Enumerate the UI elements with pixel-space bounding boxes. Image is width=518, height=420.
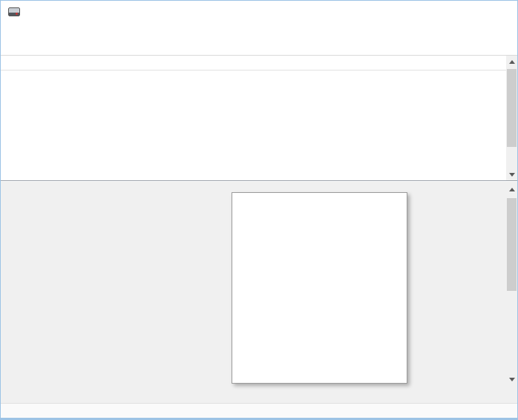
scrollbar-thumb[interactable]	[507, 69, 517, 147]
scroll-down-button[interactable]	[506, 373, 517, 385]
minimize-button[interactable]	[417, 1, 450, 23]
menu-bar	[1, 23, 517, 37]
volume-list-header	[1, 56, 518, 70]
disk-management-icon	[8, 7, 20, 16]
close-button[interactable]	[484, 1, 517, 23]
toolbar	[1, 37, 517, 54]
legend-bar	[1, 387, 518, 403]
volume-list	[1, 55, 518, 181]
scroll-up-button[interactable]	[506, 183, 517, 195]
graphical-view-scrollbar[interactable]	[506, 183, 517, 385]
disk-management-window	[0, 0, 518, 420]
status-bar	[1, 403, 518, 419]
scrollbar-thumb[interactable]	[507, 198, 517, 291]
scroll-up-button[interactable]	[506, 56, 517, 68]
scroll-down-button[interactable]	[506, 168, 517, 180]
context-menu	[232, 192, 407, 384]
maximize-button[interactable]	[450, 1, 484, 23]
titlebar	[1, 1, 517, 23]
window-controls	[417, 1, 517, 23]
volume-list-scrollbar[interactable]	[506, 56, 517, 180]
